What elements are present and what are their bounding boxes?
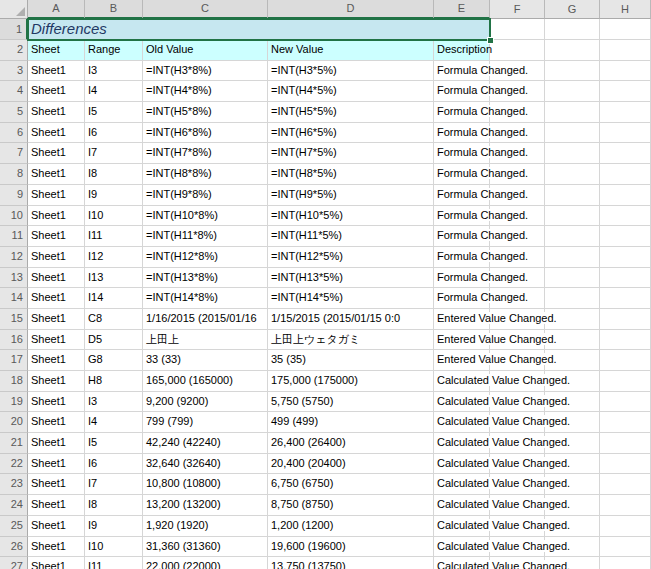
cell-B6[interactable]: I6 [85, 123, 143, 144]
cell-E14[interactable]: Formula Changed. [434, 288, 490, 309]
row-header-19[interactable]: 19 [0, 392, 28, 413]
cell-B15[interactable]: C8 [85, 309, 143, 330]
cell-E12[interactable]: Formula Changed. [434, 247, 490, 268]
row-header-22[interactable]: 22 [0, 454, 28, 475]
cell-C3[interactable]: =INT(H3*8%) [143, 61, 268, 82]
column-header-F[interactable]: F [490, 0, 545, 19]
cell-D15[interactable]: 1/15/2015 (2015/01/15 0:0 [268, 309, 434, 330]
cell-A26[interactable]: Sheet1 [28, 537, 85, 558]
cell-H8[interactable] [600, 164, 651, 185]
cell-D8[interactable]: =INT(H8*5%) [268, 164, 434, 185]
cell-A9[interactable]: Sheet1 [28, 185, 85, 206]
cell-E18[interactable]: Calculated Value Changed. [434, 371, 490, 392]
cell-G6[interactable] [545, 123, 600, 144]
cell-A20[interactable]: Sheet1 [28, 412, 85, 433]
cell-B10[interactable]: I10 [85, 206, 143, 227]
cell-A17[interactable]: Sheet1 [28, 350, 85, 371]
cell-E20[interactable]: Calculated Value Changed. [434, 412, 490, 433]
row-header-25[interactable]: 25 [0, 516, 28, 537]
cell-H17[interactable] [600, 350, 651, 371]
row-header-24[interactable]: 24 [0, 495, 28, 516]
cell-G12[interactable] [545, 247, 600, 268]
cell-E9[interactable]: Formula Changed. [434, 185, 490, 206]
cell-H1[interactable] [600, 19, 651, 40]
cell-A2[interactable]: Sheet [28, 40, 85, 61]
cell-B11[interactable]: I11 [85, 226, 143, 247]
cell-A3[interactable]: Sheet1 [28, 61, 85, 82]
cell-A5[interactable]: Sheet1 [28, 102, 85, 123]
cell-C16[interactable]: 上田上 [143, 330, 268, 351]
cell-C8[interactable]: =INT(H8*8%) [143, 164, 268, 185]
cell-D7[interactable]: =INT(H7*5%) [268, 143, 434, 164]
cell-G9[interactable] [545, 185, 600, 206]
cell-H4[interactable] [600, 81, 651, 102]
cell-A6[interactable]: Sheet1 [28, 123, 85, 144]
cell-B22[interactable]: I6 [85, 454, 143, 475]
cell-E24[interactable]: Calculated Value Changed. [434, 495, 490, 516]
cell-C10[interactable]: =INT(H10*8%) [143, 206, 268, 227]
cell-H16[interactable] [600, 330, 651, 351]
cell-D17[interactable]: 35 (35) [268, 350, 434, 371]
cell-C11[interactable]: =INT(H11*8%) [143, 226, 268, 247]
column-header-B[interactable]: B [85, 0, 143, 19]
cell-G13[interactable] [545, 268, 600, 289]
row-header-16[interactable]: 16 [0, 330, 28, 351]
cell-A15[interactable]: Sheet1 [28, 309, 85, 330]
cell-H7[interactable] [600, 143, 651, 164]
cell-B20[interactable]: I4 [85, 412, 143, 433]
cell-B14[interactable]: I14 [85, 288, 143, 309]
cell-D24[interactable]: 8,750 (8750) [268, 495, 434, 516]
cell-A16[interactable]: Sheet1 [28, 330, 85, 351]
cell-B13[interactable]: I13 [85, 268, 143, 289]
cell-G5[interactable] [545, 102, 600, 123]
cell-D12[interactable]: =INT(H12*5%) [268, 247, 434, 268]
cell-H6[interactable] [600, 123, 651, 144]
cell-H27[interactable] [600, 557, 651, 569]
cell-A13[interactable]: Sheet1 [28, 268, 85, 289]
cell-A12[interactable]: Sheet1 [28, 247, 85, 268]
cell-D13[interactable]: =INT(H13*5%) [268, 268, 434, 289]
row-header-2[interactable]: 2 [0, 40, 28, 61]
cell-B26[interactable]: I10 [85, 537, 143, 558]
cell-H2[interactable] [600, 40, 651, 61]
cell-E5[interactable]: Formula Changed. [434, 102, 490, 123]
cell-C20[interactable]: 799 (799) [143, 412, 268, 433]
row-header-15[interactable]: 15 [0, 309, 28, 330]
cell-B27[interactable]: I11 [85, 557, 143, 569]
cell-A22[interactable]: Sheet1 [28, 454, 85, 475]
cell-A19[interactable]: Sheet1 [28, 392, 85, 413]
cell-G3[interactable] [545, 61, 600, 82]
cell-C26[interactable]: 31,360 (31360) [143, 537, 268, 558]
cell-D5[interactable]: =INT(H5*5%) [268, 102, 434, 123]
cell-D22[interactable]: 20,400 (20400) [268, 454, 434, 475]
cell-E22[interactable]: Calculated Value Changed. [434, 454, 490, 475]
row-header-27[interactable]: 27 [0, 557, 28, 569]
column-header-H[interactable]: H [600, 0, 651, 19]
cell-B23[interactable]: I7 [85, 474, 143, 495]
cell-D21[interactable]: 26,400 (26400) [268, 433, 434, 454]
cell-E4[interactable]: Formula Changed. [434, 81, 490, 102]
cell-G11[interactable] [545, 226, 600, 247]
cell-D19[interactable]: 5,750 (5750) [268, 392, 434, 413]
column-header-C[interactable]: C [143, 0, 268, 19]
cell-C13[interactable]: =INT(H13*8%) [143, 268, 268, 289]
row-header-7[interactable]: 7 [0, 143, 28, 164]
row-header-13[interactable]: 13 [0, 268, 28, 289]
cell-C2[interactable]: Old Value [143, 40, 268, 61]
cell-A23[interactable]: Sheet1 [28, 474, 85, 495]
cell-D25[interactable]: 1,200 (1200) [268, 516, 434, 537]
row-header-10[interactable]: 10 [0, 206, 28, 227]
cell-A11[interactable]: Sheet1 [28, 226, 85, 247]
cell-B7[interactable]: I7 [85, 143, 143, 164]
cell-E2[interactable]: Description [434, 40, 490, 61]
cell-H20[interactable] [600, 412, 651, 433]
cell-B3[interactable]: I3 [85, 61, 143, 82]
row-header-21[interactable]: 21 [0, 433, 28, 454]
cell-B24[interactable]: I8 [85, 495, 143, 516]
cell-B2[interactable]: Range [85, 40, 143, 61]
row-header-14[interactable]: 14 [0, 288, 28, 309]
cell-B25[interactable]: I9 [85, 516, 143, 537]
cell-C23[interactable]: 10,800 (10800) [143, 474, 268, 495]
cell-A8[interactable]: Sheet1 [28, 164, 85, 185]
cell-E21[interactable]: Calculated Value Changed. [434, 433, 490, 454]
